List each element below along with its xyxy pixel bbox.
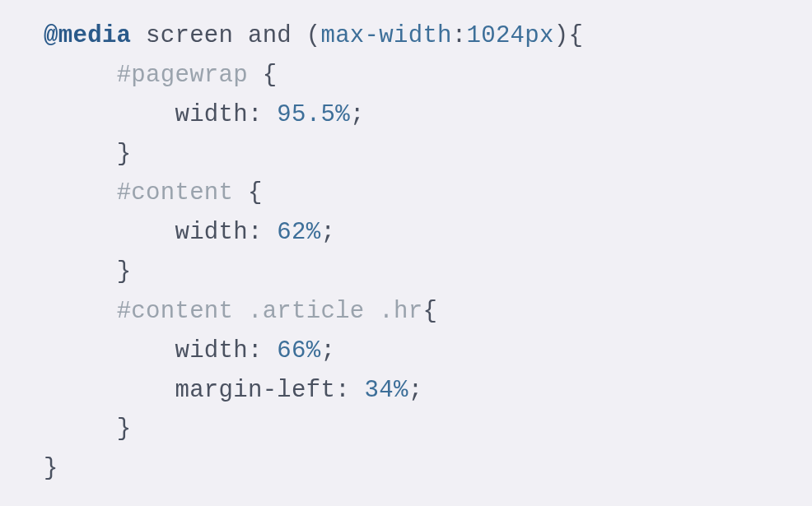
rule-0: #pagewrap { width: 95.5%; } xyxy=(0,62,365,168)
brace-close: } xyxy=(117,415,132,443)
property: width xyxy=(175,219,248,246)
value: 66% xyxy=(277,337,320,364)
colon: : xyxy=(248,101,263,128)
brace-close: } xyxy=(117,141,132,168)
rule-2: #content .article .hr{ width: 66%; margi… xyxy=(0,298,437,443)
value: 95.5% xyxy=(277,101,350,128)
selector: #pagewrap xyxy=(117,62,248,89)
brace-open: { xyxy=(422,298,437,325)
colon: : xyxy=(248,337,263,364)
media-brace-open: { xyxy=(568,22,583,49)
decl-2-0: width: 66%; xyxy=(0,337,335,364)
colon: : xyxy=(335,377,350,404)
semicolon: ; xyxy=(408,377,423,404)
media-brace-close: } xyxy=(44,455,58,482)
property: width xyxy=(175,337,248,364)
property: width xyxy=(175,101,248,128)
brace-open: { xyxy=(263,62,278,89)
media-feature: max-width xyxy=(320,22,451,49)
semicolon: ; xyxy=(350,101,365,128)
media-colon: : xyxy=(452,22,467,49)
property: margin-left xyxy=(175,377,335,404)
brace-close: } xyxy=(117,258,132,285)
media-line: @media screen and (max-width:1024px){ xyxy=(0,22,583,49)
css-code-block: @media screen and (max-width:1024px){ #p… xyxy=(0,16,812,489)
at-rule-keyword: @media xyxy=(44,22,131,49)
decl-2-1: margin-left: 34%; xyxy=(0,377,422,404)
selector: #content xyxy=(117,179,234,207)
decl-0-0: width: 95.5%; xyxy=(0,101,365,128)
semicolon: ; xyxy=(320,337,335,364)
semicolon: ; xyxy=(320,219,335,246)
colon: : xyxy=(248,219,263,246)
media-type: screen and xyxy=(146,22,292,49)
value: 62% xyxy=(277,219,320,246)
selector: #content .article .hr xyxy=(117,298,423,325)
media-value: 1024px xyxy=(467,22,554,49)
paren-close: ) xyxy=(554,22,569,49)
paren-open: ( xyxy=(306,22,321,49)
value: 34% xyxy=(365,377,408,404)
brace-open: { xyxy=(248,179,263,207)
decl-1-0: width: 62%; xyxy=(0,219,335,246)
rule-1: #content { width: 62%; } xyxy=(0,179,335,285)
